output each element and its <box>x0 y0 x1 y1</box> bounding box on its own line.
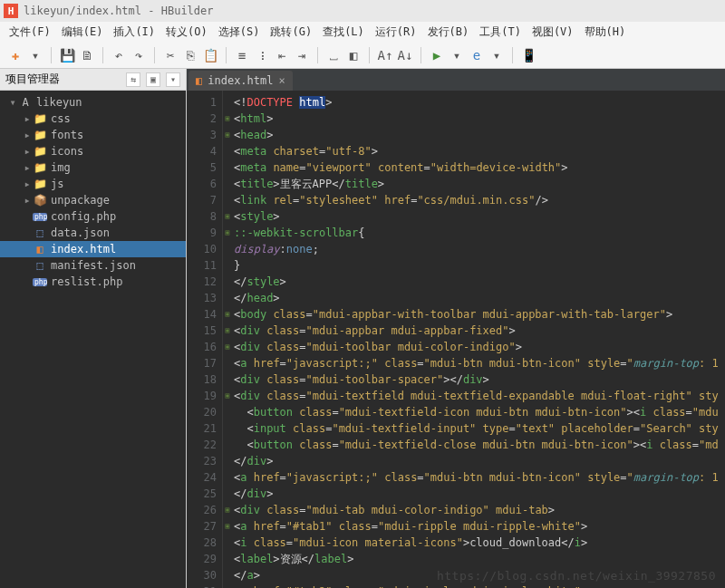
menu-item[interactable]: 插入(I) <box>108 23 160 42</box>
tree-item[interactable]: phpreslist.php <box>0 274 186 290</box>
line-gutter: 1234567891011121314151617181920212223242… <box>187 91 223 588</box>
tree-item[interactable]: ▸📁fonts <box>0 127 186 143</box>
menu-item[interactable]: 选择(S) <box>213 23 266 42</box>
outdent-icon[interactable]: ⇤ <box>274 47 290 63</box>
separator <box>226 47 227 63</box>
code-editor[interactable]: 1234567891011121314151617181920212223242… <box>187 91 725 588</box>
redo-icon[interactable]: ↷ <box>130 47 147 63</box>
menu-item[interactable]: 帮助(H) <box>579 23 632 42</box>
align-icon[interactable]: ⫶ <box>254 47 270 63</box>
link-icon[interactable]: ⇆ <box>126 72 140 87</box>
dropdown-icon[interactable]: ▾ <box>488 47 505 63</box>
main-area: 项目管理器 ⇆ ▣ ▾ ▾Alikeyun▸📁css▸📁fonts▸📁icons… <box>0 69 725 588</box>
app-logo-icon: H <box>4 4 18 18</box>
separator <box>512 47 513 63</box>
tree-item[interactable]: ▸📁icons <box>0 143 186 159</box>
menu-item[interactable]: 编辑(E) <box>56 23 109 42</box>
separator <box>154 47 155 63</box>
menu-bar: 文件(F)编辑(E)插入(I)转义(O)选择(S)跳转(G)查找(L)运行(R)… <box>0 22 725 42</box>
comment-icon[interactable]: ⎵ <box>325 47 342 63</box>
toolbar: ✚▾ 💾🗎 ↶↷ ✂⎘📋 ≡⫶⇤⇥ ⎵◧ A↑A↓ ▶▾ e▾ 📱 <box>0 42 725 69</box>
menu-item[interactable]: 运行(R) <box>370 23 422 42</box>
tree-item[interactable]: ▸📦unpackage <box>0 192 186 208</box>
font-larger-icon[interactable]: A↑ <box>377 47 393 63</box>
window-title: likeyun/index.html - HBuilder <box>24 5 214 17</box>
menu-item[interactable]: 跳转(G) <box>265 23 317 42</box>
separator <box>317 47 318 63</box>
separator <box>51 47 52 63</box>
menu-item[interactable]: 文件(F) <box>4 23 56 42</box>
new-icon[interactable]: ✚ <box>7 47 24 63</box>
menu-item[interactable]: 发行(B) <box>422 23 475 42</box>
undo-icon[interactable]: ↶ <box>111 47 127 63</box>
sidebar: 项目管理器 ⇆ ▣ ▾ ▾Alikeyun▸📁css▸📁fonts▸📁icons… <box>0 69 187 588</box>
tree-item[interactable]: ◧index.html <box>0 241 186 257</box>
tree-item[interactable]: ▸📁css <box>0 111 186 127</box>
dropdown-icon[interactable]: ▾ <box>449 47 465 63</box>
sidebar-title: 项目管理器 <box>5 72 60 87</box>
tree-item[interactable]: ⬚manifest.json <box>0 257 186 274</box>
tree-item[interactable]: ▾Alikeyun <box>0 94 186 111</box>
separator <box>369 47 370 63</box>
indent-icon[interactable]: ⇥ <box>294 47 310 63</box>
sidebar-tools: ⇆ ▣ ▾ <box>126 72 180 87</box>
collapse-icon[interactable]: ▣ <box>146 72 160 87</box>
fold-column[interactable]: ▣▣▣▣▣▣▣▣▣▣▣ <box>223 94 232 588</box>
menu-item[interactable]: 转义(O) <box>160 23 213 42</box>
menu-item[interactable]: 工具(T) <box>474 23 527 42</box>
run-icon[interactable]: ▶ <box>429 47 445 63</box>
phone-icon[interactable]: 📱 <box>520 47 536 63</box>
tree-item[interactable]: phpconfig.php <box>0 208 186 225</box>
title-bar: H likeyun/index.html - HBuilder <box>0 0 725 22</box>
paste-icon[interactable]: 📋 <box>202 47 218 63</box>
browser-icon[interactable]: e <box>469 47 485 63</box>
save-all-icon[interactable]: 🗎 <box>79 47 95 63</box>
separator <box>102 47 103 63</box>
menu-item[interactable]: 视图(V) <box>527 23 579 42</box>
tree-item[interactable]: ⬚data.json <box>0 225 186 241</box>
sidebar-header: 项目管理器 ⇆ ▣ ▾ <box>0 69 186 91</box>
align-left-icon[interactable]: ≡ <box>234 47 250 63</box>
font-smaller-icon[interactable]: A↓ <box>397 47 413 63</box>
cut-icon[interactable]: ✂ <box>162 47 179 63</box>
tree-item[interactable]: ▸📁js <box>0 176 186 192</box>
save-icon[interactable]: 💾 <box>59 47 75 63</box>
file-icon: ◧ <box>196 74 202 87</box>
copy-icon[interactable]: ⎘ <box>182 47 198 63</box>
editor-tab[interactable]: ◧index.html× <box>188 71 293 91</box>
editor-tabs: ◧index.html× <box>187 69 725 91</box>
project-tree[interactable]: ▾Alikeyun▸📁css▸📁fonts▸📁icons▸📁img▸📁js▸📦u… <box>0 91 186 588</box>
editor-pane: ◧index.html× 123456789101112131415161718… <box>187 69 725 588</box>
code-lines[interactable]: <!DOCTYPE html><html><head><meta charset… <box>223 91 725 588</box>
menu-item[interactable]: 查找(L) <box>317 23 370 42</box>
dropdown-icon[interactable]: ▾ <box>27 47 44 63</box>
bookmark-icon[interactable]: ◧ <box>345 47 362 63</box>
menu-icon[interactable]: ▾ <box>166 72 180 87</box>
tree-item[interactable]: ▸📁img <box>0 159 186 176</box>
separator <box>420 47 421 63</box>
close-icon[interactable]: × <box>278 74 285 87</box>
